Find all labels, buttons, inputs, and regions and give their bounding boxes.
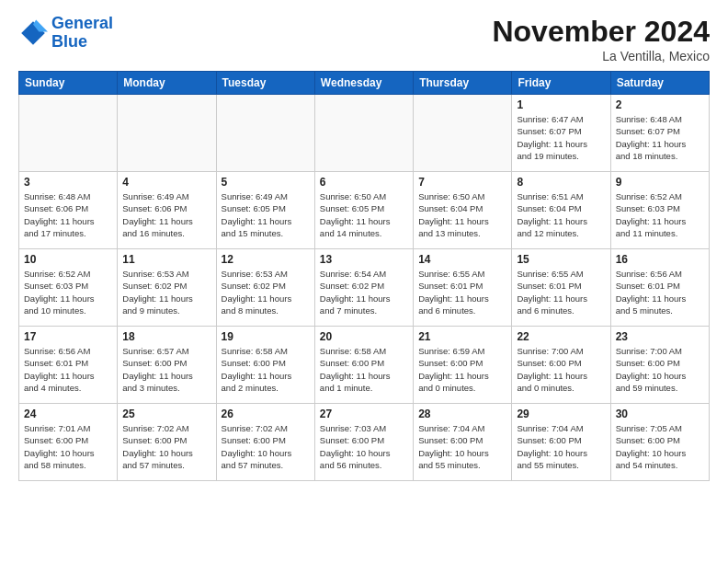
empty-cell — [19, 95, 118, 172]
day-info: Sunrise: 7:04 AM Sunset: 6:00 PM Dayligh… — [418, 422, 506, 471]
day-number: 29 — [517, 408, 605, 420]
day-info: Sunrise: 6:52 AM Sunset: 6:03 PM Dayligh… — [24, 268, 112, 316]
day-cell-5: 5Sunrise: 6:49 AM Sunset: 6:05 PM Daylig… — [216, 172, 314, 249]
day-number: 4 — [122, 176, 210, 189]
day-cell-14: 14Sunrise: 6:55 AM Sunset: 6:01 PM Dayli… — [414, 249, 512, 327]
day-cell-11: 11Sunrise: 6:53 AM Sunset: 6:02 PM Dayli… — [118, 249, 216, 327]
day-number: 24 — [24, 408, 112, 420]
month-title: November 2024 — [492, 15, 710, 49]
calendar: SundayMondayTuesdayWednesdayThursdayFrid… — [18, 71, 710, 481]
svg-marker-0 — [21, 21, 45, 45]
day-info: Sunrise: 6:58 AM Sunset: 6:00 PM Dayligh… — [320, 345, 408, 394]
day-number: 12 — [222, 253, 310, 266]
day-info: Sunrise: 6:58 AM Sunset: 6:00 PM Dayligh… — [222, 345, 310, 394]
day-info: Sunrise: 7:02 AM Sunset: 6:00 PM Dayligh… — [222, 422, 310, 471]
day-cell-24: 24Sunrise: 7:01 AM Sunset: 6:00 PM Dayli… — [19, 404, 118, 481]
day-info: Sunrise: 6:50 AM Sunset: 6:05 PM Dayligh… — [320, 190, 408, 239]
week-row-2: 3Sunrise: 6:48 AM Sunset: 6:06 PM Daylig… — [19, 172, 710, 249]
day-cell-4: 4Sunrise: 6:49 AM Sunset: 6:06 PM Daylig… — [118, 172, 216, 249]
page: General Blue November 2024 La Ventilla, … — [0, 0, 728, 490]
day-number: 26 — [222, 408, 310, 420]
empty-cell — [216, 95, 314, 172]
day-number: 19 — [222, 330, 310, 343]
day-number: 22 — [517, 330, 605, 343]
day-cell-27: 27Sunrise: 7:03 AM Sunset: 6:00 PM Dayli… — [314, 404, 413, 481]
logo-icon — [18, 18, 48, 48]
day-cell-12: 12Sunrise: 6:53 AM Sunset: 6:02 PM Dayli… — [216, 249, 314, 327]
day-info: Sunrise: 7:05 AM Sunset: 6:00 PM Dayligh… — [616, 422, 704, 471]
location: La Ventilla, Mexico — [492, 49, 710, 63]
day-info: Sunrise: 6:55 AM Sunset: 6:01 PM Dayligh… — [418, 268, 506, 316]
logo-text: General Blue — [51, 15, 113, 52]
day-info: Sunrise: 6:53 AM Sunset: 6:02 PM Dayligh… — [122, 268, 210, 316]
day-number: 27 — [320, 408, 408, 420]
day-cell-22: 22Sunrise: 7:00 AM Sunset: 6:00 PM Dayli… — [512, 327, 610, 404]
day-cell-25: 25Sunrise: 7:02 AM Sunset: 6:00 PM Dayli… — [118, 404, 216, 481]
week-row-5: 24Sunrise: 7:01 AM Sunset: 6:00 PM Dayli… — [19, 404, 710, 481]
day-info: Sunrise: 6:48 AM Sunset: 6:06 PM Dayligh… — [24, 190, 112, 239]
day-info: Sunrise: 7:00 AM Sunset: 6:00 PM Dayligh… — [616, 345, 704, 394]
day-cell-17: 17Sunrise: 6:56 AM Sunset: 6:01 PM Dayli… — [19, 327, 118, 404]
day-number: 16 — [616, 253, 704, 266]
day-cell-21: 21Sunrise: 6:59 AM Sunset: 6:00 PM Dayli… — [414, 327, 512, 404]
day-number: 17 — [24, 330, 112, 343]
day-number: 6 — [320, 176, 408, 189]
week-row-1: 1Sunrise: 6:47 AM Sunset: 6:07 PM Daylig… — [19, 95, 710, 172]
day-info: Sunrise: 6:55 AM Sunset: 6:01 PM Dayligh… — [517, 268, 605, 316]
header: General Blue November 2024 La Ventilla, … — [18, 15, 710, 63]
weekday-header-wednesday: Wednesday — [314, 72, 413, 95]
day-info: Sunrise: 7:04 AM Sunset: 6:00 PM Dayligh… — [517, 422, 605, 471]
day-cell-7: 7Sunrise: 6:50 AM Sunset: 6:04 PM Daylig… — [414, 172, 512, 249]
day-number: 7 — [418, 176, 506, 189]
weekday-header-friday: Friday — [512, 72, 610, 95]
week-row-3: 10Sunrise: 6:52 AM Sunset: 6:03 PM Dayli… — [19, 249, 710, 327]
empty-cell — [314, 95, 413, 172]
day-cell-16: 16Sunrise: 6:56 AM Sunset: 6:01 PM Dayli… — [610, 249, 709, 327]
day-number: 21 — [418, 330, 506, 343]
day-cell-1: 1Sunrise: 6:47 AM Sunset: 6:07 PM Daylig… — [512, 95, 610, 172]
day-info: Sunrise: 6:57 AM Sunset: 6:00 PM Dayligh… — [122, 345, 210, 394]
title-block: November 2024 La Ventilla, Mexico — [492, 15, 710, 63]
day-info: Sunrise: 6:48 AM Sunset: 6:07 PM Dayligh… — [616, 113, 704, 162]
day-info: Sunrise: 6:53 AM Sunset: 6:02 PM Dayligh… — [222, 268, 310, 316]
day-cell-9: 9Sunrise: 6:52 AM Sunset: 6:03 PM Daylig… — [610, 172, 709, 249]
day-info: Sunrise: 6:49 AM Sunset: 6:05 PM Dayligh… — [222, 190, 310, 239]
logo-line2: Blue — [51, 32, 87, 51]
logo: General Blue — [18, 15, 113, 52]
weekday-header-tuesday: Tuesday — [216, 72, 314, 95]
day-info: Sunrise: 7:01 AM Sunset: 6:00 PM Dayligh… — [24, 422, 112, 471]
day-cell-8: 8Sunrise: 6:51 AM Sunset: 6:04 PM Daylig… — [512, 172, 610, 249]
day-info: Sunrise: 6:59 AM Sunset: 6:00 PM Dayligh… — [418, 345, 506, 394]
day-cell-10: 10Sunrise: 6:52 AM Sunset: 6:03 PM Dayli… — [19, 249, 118, 327]
empty-cell — [414, 95, 512, 172]
logo-line1: General — [51, 14, 113, 32]
day-cell-2: 2Sunrise: 6:48 AM Sunset: 6:07 PM Daylig… — [610, 95, 709, 172]
day-number: 14 — [418, 253, 506, 266]
day-info: Sunrise: 6:56 AM Sunset: 6:01 PM Dayligh… — [24, 345, 112, 394]
day-number: 20 — [320, 330, 408, 343]
day-info: Sunrise: 6:51 AM Sunset: 6:04 PM Dayligh… — [517, 190, 605, 239]
empty-cell — [118, 95, 216, 172]
day-cell-23: 23Sunrise: 7:00 AM Sunset: 6:00 PM Dayli… — [610, 327, 709, 404]
day-number: 1 — [517, 98, 605, 111]
calendar-body: 1Sunrise: 6:47 AM Sunset: 6:07 PM Daylig… — [19, 95, 710, 481]
weekday-row: SundayMondayTuesdayWednesdayThursdayFrid… — [19, 72, 710, 95]
day-cell-19: 19Sunrise: 6:58 AM Sunset: 6:00 PM Dayli… — [216, 327, 314, 404]
day-info: Sunrise: 6:54 AM Sunset: 6:02 PM Dayligh… — [320, 268, 408, 316]
calendar-header: SundayMondayTuesdayWednesdayThursdayFrid… — [19, 72, 710, 95]
weekday-header-sunday: Sunday — [19, 72, 118, 95]
day-cell-30: 30Sunrise: 7:05 AM Sunset: 6:00 PM Dayli… — [610, 404, 709, 481]
day-cell-28: 28Sunrise: 7:04 AM Sunset: 6:00 PM Dayli… — [414, 404, 512, 481]
day-number: 10 — [24, 253, 112, 266]
day-number: 25 — [122, 408, 210, 420]
day-cell-6: 6Sunrise: 6:50 AM Sunset: 6:05 PM Daylig… — [314, 172, 413, 249]
day-info: Sunrise: 6:49 AM Sunset: 6:06 PM Dayligh… — [122, 190, 210, 239]
day-number: 11 — [122, 253, 210, 266]
week-row-4: 17Sunrise: 6:56 AM Sunset: 6:01 PM Dayli… — [19, 327, 710, 404]
day-info: Sunrise: 6:56 AM Sunset: 6:01 PM Dayligh… — [616, 268, 704, 316]
day-cell-13: 13Sunrise: 6:54 AM Sunset: 6:02 PM Dayli… — [314, 249, 413, 327]
day-info: Sunrise: 6:52 AM Sunset: 6:03 PM Dayligh… — [616, 190, 704, 239]
day-info: Sunrise: 7:00 AM Sunset: 6:00 PM Dayligh… — [517, 345, 605, 394]
day-number: 13 — [320, 253, 408, 266]
day-info: Sunrise: 7:03 AM Sunset: 6:00 PM Dayligh… — [320, 422, 408, 471]
